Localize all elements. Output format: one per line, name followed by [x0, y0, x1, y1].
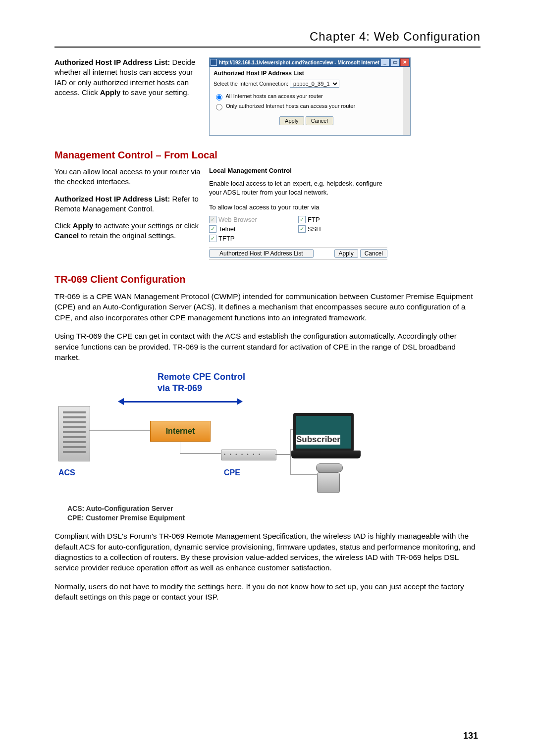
mgmt-p1: You can allow local access to your route… — [54, 167, 203, 187]
dg-cpe-ports-icon: • • • • • • • — [224, 452, 262, 457]
dg-legend2: CPE: Customer Premise Equipment — [67, 513, 481, 523]
local-desc: Enable local access to let an expert, e.… — [209, 179, 387, 197]
ie-cancel-button[interactable]: Cancel — [306, 116, 333, 125]
local-cancel-button[interactable]: Cancel — [360, 249, 387, 258]
chk-web-label: Web Browser — [218, 216, 257, 223]
mgmt-p3c: to activate your settings or click — [93, 221, 199, 230]
dg-cpe-label: CPE — [224, 468, 240, 477]
mgmt-left-col: You can allow local access to your route… — [54, 167, 203, 241]
maximize-icon[interactable]: ▭ — [390, 58, 399, 66]
tr069-p1: TR-069 is a CPE WAN Management Protocol … — [54, 291, 481, 323]
dg-legend1: ACS: Auto-Configuration Server — [67, 504, 481, 513]
mgmt-p3d: Cancel — [54, 231, 79, 240]
ie-app-icon — [211, 59, 217, 66]
ie-window: http://192.168.1.1/viewersiphot.cmd?acti… — [209, 57, 411, 136]
tr069-header: TR-069 Client Configuration — [54, 274, 481, 285]
chk-telnet[interactable]: ✓ — [209, 225, 216, 233]
local-apply-button[interactable]: Apply — [334, 249, 358, 258]
dg-subscriber-label: Subscriber — [296, 435, 340, 445]
mgmt-p3a: Click — [54, 221, 73, 230]
ie-scrollbar[interactable] — [403, 67, 410, 135]
chk-tftp-label: TFTP — [218, 235, 235, 242]
local-title: Local Management Control — [209, 167, 387, 174]
dg-title: Remote CPE Control via TR-069 — [158, 371, 245, 394]
arrow-right-icon — [237, 398, 243, 405]
authlist-bold: Authorized Host IP Address List: — [54, 58, 170, 66]
dg-internet: Internet — [150, 421, 211, 442]
ie-radio-only-label: Only authorized Internet hosts can acces… — [226, 103, 355, 109]
authlist-apply-bold: Apply — [100, 88, 121, 97]
dg-acs-label: ACS — [58, 468, 75, 477]
ie-title-text: http://192.168.1.1/viewersiphot.cmd?acti… — [219, 60, 380, 65]
dg-phone-icon — [316, 463, 342, 493]
minimize-icon[interactable]: _ — [380, 58, 389, 66]
ie-heading: Authorized Host IP Address List — [214, 70, 399, 77]
authlist-description: Authorized Host IP Address List: Decide … — [54, 57, 203, 98]
chapter-header: Chapter 4: Web Configuration — [54, 30, 481, 48]
tr069-p4: Normally, users do not have to modify th… — [54, 581, 481, 603]
ie-titlebar: http://192.168.1.1/viewersiphot.cmd?acti… — [210, 58, 410, 67]
authlist-button[interactable]: Authorized Host IP Address List — [209, 249, 314, 258]
page-number: 131 — [463, 731, 478, 741]
chk-telnet-label: Telnet — [218, 225, 236, 233]
tr069-p2: Using TR-069 the CPE can get in contact … — [54, 331, 481, 362]
ie-select-label: Select the Internet Connection: — [214, 81, 288, 87]
mgmt-p3b: Apply — [73, 221, 94, 230]
chk-ssh[interactable]: ✓ — [298, 225, 306, 233]
ie-radio-all-label: All Internet hosts can access your route… — [225, 93, 322, 99]
mgmt-p3e: to retain the original settings. — [79, 231, 176, 240]
tr069-p3: Compliant with DSL's Forum's TR-069 Remo… — [54, 531, 481, 573]
tr069-diagram: Remote CPE Control via TR-069 ACS Intern… — [54, 370, 481, 523]
ie-radio-all[interactable] — [216, 94, 222, 101]
chk-ftp[interactable]: ✓ — [298, 216, 306, 223]
chk-ftp-label: FTP — [308, 216, 320, 223]
local-line: To allow local access to your router via — [209, 203, 387, 211]
ie-connection-select[interactable]: pppoe_0_39_1 — [290, 80, 339, 88]
ie-radio-only[interactable] — [216, 104, 222, 110]
mgmt-bold1: Authorized Host IP Address List: — [54, 195, 170, 203]
mgmt-header: Management Control – From Local — [54, 150, 481, 161]
ie-apply-button[interactable]: Apply — [279, 116, 304, 125]
chk-ssh-label: SSH — [308, 225, 321, 233]
chk-tftp[interactable]: ✓ — [209, 235, 216, 242]
close-icon[interactable]: ✕ — [400, 58, 409, 66]
authlist-text2: to save your setting. — [120, 88, 189, 97]
chk-web[interactable]: ✓ — [209, 216, 216, 223]
dg-acs-icon — [58, 406, 90, 461]
arrow-left-icon — [118, 398, 124, 405]
local-panel: Local Management Control Enable local ac… — [209, 167, 387, 260]
